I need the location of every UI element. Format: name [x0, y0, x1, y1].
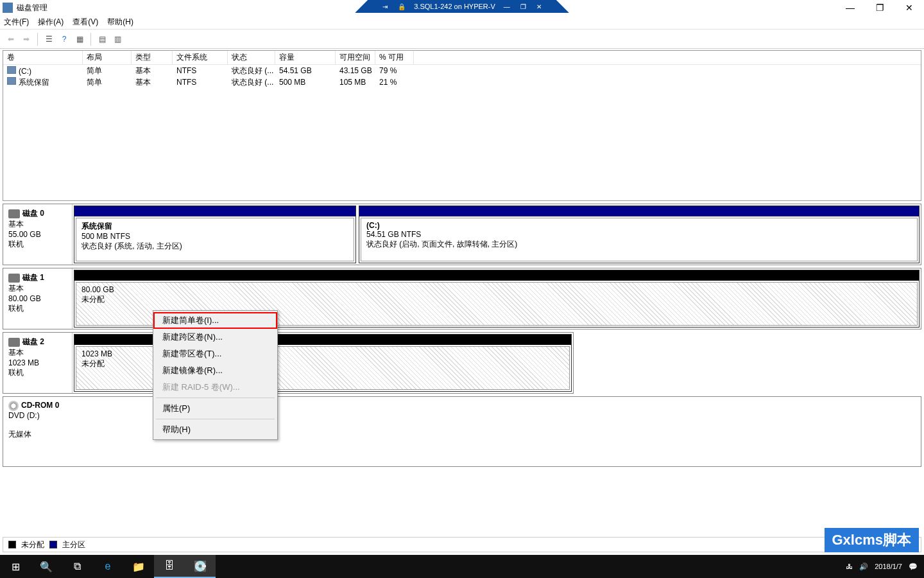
- volume-list-header: 卷 布局 类型 文件系统 状态 容量 可用空间 % 可用: [3, 51, 921, 65]
- menu-file[interactable]: 文件(F): [4, 17, 29, 28]
- cell: 43.15 GB: [336, 66, 375, 75]
- partition-stripe: [74, 335, 571, 345]
- maximize-button[interactable]: ❐: [865, 0, 894, 15]
- cdrom-icon: [8, 401, 19, 411]
- vm-close-icon[interactable]: ✕: [536, 3, 542, 10]
- col-layout[interactable]: 布局: [83, 51, 132, 64]
- start-button[interactable]: ⊞: [0, 555, 31, 578]
- disk-type: 基本: [8, 220, 24, 229]
- cell: 105 MB: [336, 78, 375, 87]
- main-content: 卷 布局 类型 文件系统 状态 容量 可用空间 % 可用 (C:) 简单 基本 …: [0, 49, 924, 555]
- partition-c[interactable]: (C:) 54.51 GB NTFS 状态良好 (启动, 页面文件, 故障转储,…: [359, 206, 920, 263]
- volume-row[interactable]: (C:) 简单 基本 NTFS 状态良好 (... 54.51 GB 43.15…: [3, 65, 921, 76]
- cell: 500 MB: [275, 78, 336, 87]
- menu-properties[interactable]: 属性(P): [153, 400, 277, 417]
- disk-row-0: 磁盘 0 基本 55.00 GB 联机 系统保留 500 MB NTFS 状态良…: [3, 204, 921, 265]
- disk-icon: [8, 209, 20, 218]
- disk-type: 基本: [8, 348, 24, 357]
- col-status[interactable]: 状态: [228, 51, 275, 64]
- toolbar-refresh-icon[interactable]: ▦: [73, 32, 87, 46]
- close-button[interactable]: ✕: [894, 0, 924, 15]
- watermark: Gxlcms脚本: [825, 528, 920, 552]
- partition-status: 状态良好 (启动, 页面文件, 故障转储, 主分区): [366, 240, 517, 249]
- toolbar-list-icon[interactable]: ▤: [95, 32, 109, 46]
- disk-title: 磁盘 2: [22, 337, 44, 346]
- disk-drive-letter: DVD (D:): [8, 411, 40, 420]
- taskbar-disk-mgmt-icon[interactable]: 💽: [185, 555, 216, 578]
- system-tray[interactable]: 🖧 🔊 2018/1/7 💬: [846, 563, 924, 571]
- volume-icon: [7, 66, 16, 74]
- col-capacity[interactable]: 容量: [275, 51, 336, 64]
- menu-new-raid5-volume: 新建 RAID-5 卷(W)...: [153, 379, 277, 396]
- toolbar: ⬅ ➡ ☰ ? ▦ ▤ ▥: [0, 30, 924, 49]
- forward-button: ➡: [19, 32, 33, 46]
- disk-label[interactable]: 磁盘 2 基本 1023 MB 联机: [3, 333, 73, 393]
- disk-label[interactable]: 磁盘 1 基本 80.00 GB 联机: [3, 268, 73, 329]
- vm-restore-icon[interactable]: ❐: [520, 3, 526, 10]
- search-button[interactable]: 🔍: [31, 555, 62, 578]
- tray-sound-icon[interactable]: 🔊: [859, 563, 868, 571]
- disk-map: 磁盘 0 基本 55.00 GB 联机 系统保留 500 MB NTFS 状态良…: [3, 204, 921, 534]
- app-title: 磁盘管理: [17, 3, 47, 13]
- disk-title: CD-ROM 0: [21, 401, 59, 410]
- taskbar-server-manager-icon[interactable]: 🗄: [154, 555, 185, 578]
- toolbar-view-icon[interactable]: ☰: [42, 32, 56, 46]
- separator: [37, 33, 38, 46]
- pin-icon[interactable]: ⇥: [382, 3, 388, 10]
- app-icon: [3, 3, 13, 13]
- disk-label[interactable]: 磁盘 0 基本 55.00 GB 联机: [3, 204, 73, 265]
- col-filesystem[interactable]: 文件系统: [173, 51, 228, 64]
- lock-icon[interactable]: 🔒: [398, 3, 406, 10]
- disk-label[interactable]: CD-ROM 0 DVD (D:) 无媒体: [3, 397, 921, 466]
- legend-swatch-unallocated: [8, 541, 16, 548]
- disk-size: 80.00 GB: [8, 294, 41, 303]
- taskbar-ie-icon[interactable]: e: [92, 555, 123, 578]
- disk-state: 联机: [8, 304, 24, 313]
- menu-new-striped-volume[interactable]: 新建带区卷(T)...: [153, 346, 277, 362]
- disk-row-2: 磁盘 2 基本 1023 MB 联机 1023 MB 未分配: [3, 332, 574, 394]
- separator: [90, 33, 91, 46]
- menu-bar: 文件(F) 操作(A) 查看(V) 帮助(H): [0, 15, 924, 30]
- tray-date[interactable]: 2018/1/7: [875, 563, 902, 570]
- task-view-button[interactable]: ⧉: [62, 555, 92, 578]
- menu-help[interactable]: 帮助(H): [107, 17, 133, 28]
- partition-size: 500 MB NTFS: [81, 232, 130, 241]
- tray-network-icon[interactable]: 🖧: [846, 563, 853, 570]
- partition-unallocated[interactable]: 1023 MB 未分配: [74, 334, 572, 392]
- partition-system-reserved[interactable]: 系统保留 500 MB NTFS 状态良好 (系统, 活动, 主分区): [74, 206, 356, 263]
- col-volume[interactable]: 卷: [3, 51, 83, 64]
- disk-partitions: 系统保留 500 MB NTFS 状态良好 (系统, 活动, 主分区) (C:)…: [73, 204, 921, 265]
- col-percent[interactable]: % 可用: [375, 51, 414, 64]
- partition-title: (C:): [366, 221, 380, 230]
- taskbar: ⊞ 🔍 ⧉ e 📁 🗄 💽 🖧 🔊 2018/1/7 💬: [0, 555, 924, 578]
- menu-new-simple-volume[interactable]: 新建简单卷(I)...: [153, 312, 277, 329]
- disk-title: 磁盘 1: [22, 273, 44, 282]
- disk-state: 联机: [8, 368, 24, 377]
- legend: 未分配 主分区: [3, 537, 921, 552]
- menu-action[interactable]: 操作(A): [38, 17, 64, 28]
- menu-new-spanned-volume[interactable]: 新建跨区卷(N)...: [153, 329, 277, 346]
- taskbar-explorer-icon[interactable]: 📁: [123, 555, 154, 578]
- menu-separator: [156, 419, 275, 419]
- menu-view[interactable]: 查看(V): [73, 17, 98, 28]
- menu-help[interactable]: 帮助(H): [153, 421, 277, 438]
- volume-list[interactable]: 卷 布局 类型 文件系统 状态 容量 可用空间 % 可用 (C:) 简单 基本 …: [3, 50, 921, 201]
- col-type[interactable]: 类型: [132, 51, 173, 64]
- toolbar-help-icon[interactable]: ?: [57, 32, 71, 46]
- vm-minimize-icon[interactable]: —: [504, 3, 510, 10]
- window-controls: — ❐ ✕: [835, 0, 924, 15]
- cell: 21 %: [375, 78, 414, 87]
- volume-icon: [7, 77, 16, 85]
- menu-new-mirrored-volume[interactable]: 新建镜像卷(R)...: [153, 362, 277, 379]
- disk-row-1: 磁盘 1 基本 80.00 GB 联机 80.00 GB 未分配: [3, 268, 921, 329]
- minimize-button[interactable]: —: [835, 0, 865, 15]
- disk-state: 联机: [8, 240, 24, 249]
- col-freespace[interactable]: 可用空间: [336, 51, 375, 64]
- cell: NTFS: [173, 78, 228, 87]
- tray-notifications-icon[interactable]: 💬: [909, 563, 918, 571]
- toolbar-graphic-icon[interactable]: ▥: [110, 32, 124, 46]
- volume-row[interactable]: 系统保留 简单 基本 NTFS 状态良好 (... 500 MB 105 MB …: [3, 76, 921, 88]
- partition-stripe: [359, 206, 919, 216]
- partition-title: 系统保留: [81, 222, 112, 231]
- legend-label-primary: 主分区: [62, 539, 85, 550]
